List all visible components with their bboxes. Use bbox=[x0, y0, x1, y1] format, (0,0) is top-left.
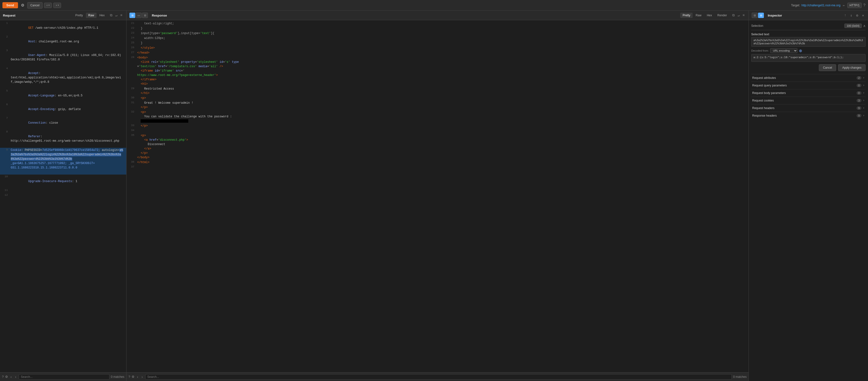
inspector-split-icon[interactable]: ⇕ bbox=[849, 13, 853, 18]
view-stack-btn[interactable]: ⊟ bbox=[142, 13, 148, 18]
request-search-prev[interactable]: ‹ bbox=[9, 375, 13, 379]
selected-text-label: Selected text bbox=[751, 31, 866, 37]
selection-badge: 100 (0x64) bbox=[844, 24, 862, 28]
tab-request-hex[interactable]: Hex bbox=[97, 13, 107, 18]
accordion-request-query: Request query parameters 0 › bbox=[751, 82, 866, 89]
main-content: Request Pretty Raw Hex ⧉ ↵ ≡ 1 GET /web-… bbox=[0, 11, 868, 381]
accordion-chevron-3: › bbox=[863, 91, 865, 95]
cancel-button[interactable]: Cancel bbox=[27, 2, 42, 8]
accordion-right-1: 2 › bbox=[857, 76, 865, 80]
response-line-31: 31 Great ! Welcome superadmin ! </p> bbox=[126, 100, 749, 110]
accordion-request-headers-title: Request headers bbox=[752, 107, 774, 110]
tab-response-render[interactable]: Render bbox=[715, 13, 729, 18]
tab-response-raw[interactable]: Raw bbox=[693, 13, 704, 18]
accordion-chevron-6: › bbox=[863, 114, 865, 117]
response-code-area: 21 text-align:right; 22 } 23 input[type=… bbox=[126, 20, 749, 372]
response-copy-icon[interactable]: ⧉ bbox=[731, 13, 736, 18]
response-view-toggle: ⊞ ▭ ⊟ bbox=[129, 13, 148, 18]
nav-forward-dropdown-icon[interactable]: ▾ bbox=[58, 4, 59, 6]
tab-response-pretty[interactable]: Pretty bbox=[680, 13, 692, 18]
request-line-7: 7 Connection: close bbox=[0, 116, 126, 130]
request-tab-group: Pretty Raw Hex bbox=[73, 13, 107, 18]
selection-expand-icon[interactable]: ∧ bbox=[863, 24, 866, 28]
help-icon[interactable]: ? bbox=[863, 3, 866, 7]
response-line-26: 26 </style> bbox=[126, 46, 749, 50]
inspector-body: Selection 100 (0x64) ∧ Selected text a%3… bbox=[749, 20, 868, 381]
encoding-select[interactable]: URL encoding Base64 HTML encoding bbox=[770, 48, 798, 53]
nav-forward-icon[interactable]: › bbox=[56, 4, 57, 7]
accordion-request-body-header[interactable]: Request body parameters 0 › bbox=[751, 89, 866, 97]
inspector-settings-icon[interactable]: ⚙ bbox=[855, 13, 859, 18]
accordion-request-attributes-header[interactable]: Request attributes 2 › bbox=[751, 74, 866, 82]
accordion-request-cookies-count: 3 bbox=[857, 99, 862, 102]
accordion-request-headers-header[interactable]: Request headers 9 › bbox=[751, 105, 866, 112]
inspector-panel-title: Inspector bbox=[768, 13, 841, 17]
request-line-3: 3 User-Agent: Mozilla/5.0 (X11; Linux x8… bbox=[0, 49, 126, 66]
accordion-request-query-header[interactable]: Request query parameters 0 › bbox=[751, 82, 866, 89]
request-search-next[interactable]: › bbox=[14, 375, 17, 379]
copy-icon[interactable]: ⧉ bbox=[109, 13, 113, 18]
edit-target-icon[interactable]: ✏ bbox=[842, 3, 846, 7]
request-help-icon[interactable]: ? bbox=[2, 375, 4, 379]
response-panel-icons: ⧉ ↵ ≡ bbox=[731, 13, 746, 18]
accordion-response-headers-count: 9 bbox=[857, 114, 862, 117]
settings-gear-icon[interactable]: ⚙ bbox=[20, 2, 26, 8]
inspector-apply-button[interactable]: Apply changes bbox=[838, 64, 866, 71]
request-code-area: 1 GET /web-serveur/ch28/index.php HTTP/1… bbox=[0, 20, 126, 372]
request-search-bar: ? ⚙ ‹ › 0 matches bbox=[0, 372, 126, 381]
divider-1 bbox=[751, 30, 866, 30]
accordion-right-2: 0 › bbox=[857, 84, 865, 87]
accordion-request-cookies-title: Request cookies bbox=[752, 99, 774, 102]
nav-back-icon[interactable]: ‹ bbox=[46, 4, 48, 7]
insp-view-2[interactable]: ⊞ bbox=[758, 13, 764, 18]
response-wrap-icon[interactable]: ↵ bbox=[737, 13, 741, 18]
accordion-right-3: 0 › bbox=[857, 91, 865, 95]
request-panel: Request Pretty Raw Hex ⧉ ↵ ≡ 1 GET /web-… bbox=[0, 11, 126, 381]
accordion-response-headers: Response headers 9 › bbox=[751, 112, 866, 119]
inspector-cancel-button[interactable]: Cancel bbox=[819, 64, 836, 71]
accordion-request-cookies: Request cookies 3 › bbox=[751, 97, 866, 104]
response-more-icon[interactable]: ≡ bbox=[742, 13, 746, 18]
nav-back-dropdown-icon[interactable]: ▾ bbox=[49, 4, 50, 6]
view-split-btn[interactable]: ⊞ bbox=[129, 13, 135, 18]
response-line-29: 29 Restricted Access </h1> bbox=[126, 86, 749, 96]
request-search-input[interactable] bbox=[19, 374, 110, 380]
accordion-response-headers-header[interactable]: Response headers 9 › bbox=[751, 112, 866, 119]
accordion-sections: Request attributes 2 › Request query par… bbox=[751, 74, 866, 119]
inspector-up-icon[interactable]: ↑ bbox=[843, 13, 847, 18]
response-line-35: 35 <p> <a href='disconnect.php'> Disconn… bbox=[126, 133, 749, 160]
accordion-request-query-count: 0 bbox=[857, 84, 862, 87]
accordion-request-cookies-header[interactable]: Request cookies 3 › bbox=[751, 97, 866, 104]
accordion-chevron-1: › bbox=[863, 76, 865, 80]
request-line-11: 11 bbox=[0, 188, 126, 193]
insp-view-1[interactable]: ⊟ bbox=[752, 13, 757, 18]
target-url: http://challenge01.root-me.org bbox=[802, 4, 840, 7]
wrap-icon[interactable]: ↵ bbox=[114, 13, 118, 18]
tab-request-pretty[interactable]: Pretty bbox=[73, 13, 85, 18]
response-settings-icon[interactable]: ⚙ bbox=[132, 375, 134, 379]
tab-request-raw[interactable]: Raw bbox=[86, 13, 97, 18]
accordion-request-body: Request body parameters 0 › bbox=[751, 89, 866, 97]
send-button[interactable]: Send bbox=[2, 2, 18, 8]
response-help-icon[interactable]: ? bbox=[128, 375, 130, 379]
request-line-6: 6 Accept-Encoding: gzip, deflate bbox=[0, 102, 126, 116]
inspector-view-toggle: ⊟ ⊞ bbox=[752, 13, 764, 18]
add-encoding-icon[interactable]: ⊕ bbox=[799, 49, 802, 53]
response-search-input[interactable] bbox=[145, 374, 732, 380]
inspector-close-icon[interactable]: ✕ bbox=[861, 13, 865, 18]
http-version-badge[interactable]: HTTP/1 bbox=[847, 3, 862, 8]
response-search-prev[interactable]: ‹ bbox=[136, 375, 139, 379]
response-line-27: 27 </head> bbox=[126, 50, 749, 55]
response-search-next[interactable]: › bbox=[141, 375, 144, 379]
request-line-10: 10 Upgrade-Insecure-Requests: 1 bbox=[0, 175, 126, 188]
request-settings-icon[interactable]: ⚙ bbox=[5, 375, 8, 379]
request-line-5: 5 Accept-Language: en-US,en;q=0.5 bbox=[0, 89, 126, 102]
tab-response-hex[interactable]: Hex bbox=[704, 13, 714, 18]
request-search-matches: 0 matches bbox=[111, 375, 124, 379]
selection-label: Selection bbox=[751, 24, 763, 28]
nav-back-group[interactable]: ‹ ▾ bbox=[44, 3, 52, 8]
view-single-btn[interactable]: ▭ bbox=[136, 13, 142, 18]
request-line-12: 12 bbox=[0, 193, 126, 198]
nav-forward-group[interactable]: › ▾ bbox=[53, 3, 61, 8]
more-icon[interactable]: ≡ bbox=[119, 13, 123, 18]
